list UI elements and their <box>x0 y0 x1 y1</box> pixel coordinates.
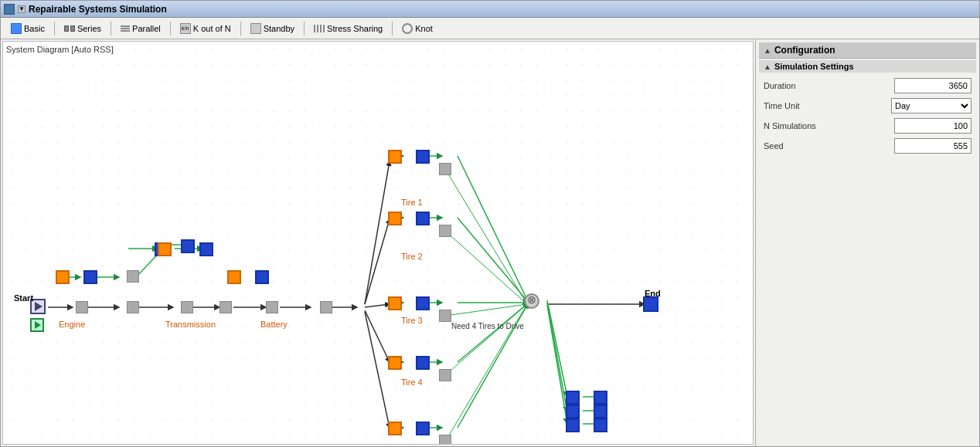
series-label: Series <box>77 24 101 33</box>
battery-gray[interactable] <box>266 301 278 313</box>
collapse-arrow[interactable]: ▲ <box>764 46 771 55</box>
svg-line-38 <box>547 300 567 397</box>
tire2-gray[interactable] <box>439 225 451 237</box>
output-blue-3b[interactable] <box>594 418 607 432</box>
tire3-orange[interactable] <box>388 296 402 310</box>
spare-gray[interactable] <box>439 435 451 445</box>
parallel-icon <box>121 25 130 32</box>
title-icon <box>4 4 15 15</box>
timeunit-row: Time Unit Day Hour Week Month Year <box>759 96 976 116</box>
seed-label: Seed <box>764 141 891 151</box>
series-icon <box>64 25 75 32</box>
toolbar-standby[interactable]: Standby <box>245 21 300 36</box>
tire3-gray[interactable] <box>439 310 451 322</box>
knot-label: Knot <box>415 24 433 33</box>
stress-label: Stress Sharing <box>327 24 383 33</box>
nsim-input[interactable] <box>894 118 971 134</box>
tire4-orange[interactable] <box>388 356 402 370</box>
engine-label: Engine <box>59 320 85 329</box>
engine-orange-1[interactable] <box>56 270 70 284</box>
output-blue-3[interactable] <box>566 418 580 432</box>
toolbar-knot[interactable]: Knot <box>396 21 438 36</box>
config-panel: ▲ Configuration ▲ Simulation Settings Du… <box>755 39 979 446</box>
svg-rect-1 <box>3 42 753 444</box>
svg-line-39 <box>547 303 567 412</box>
title-bar: ▼ Repairable Systems Simulation <box>1 1 979 18</box>
spare-orange[interactable] <box>388 422 402 435</box>
end-label: End <box>645 289 661 298</box>
tire1-orange[interactable] <box>388 150 402 164</box>
standby-icon <box>250 23 261 34</box>
tire1-label: Tire 1 <box>401 198 423 207</box>
output-blue-1[interactable] <box>566 391 580 405</box>
sim-settings-label: Simulation Settings <box>774 62 854 71</box>
trans-blue-1[interactable] <box>199 242 213 256</box>
engine-gray-upper[interactable] <box>127 270 139 283</box>
sep5 <box>304 22 305 36</box>
svg-line-35 <box>445 304 527 316</box>
tire1-gray[interactable] <box>439 163 451 175</box>
toolbar-parallel[interactable]: Parallel <box>115 22 166 36</box>
seed-row: Seed <box>759 136 976 156</box>
svg-line-40 <box>547 305 567 424</box>
output-blue-2b[interactable] <box>594 405 607 418</box>
battery-label: Battery <box>260 320 288 329</box>
kout-node[interactable] <box>524 293 539 309</box>
engine-gray-2[interactable] <box>127 301 139 313</box>
tire1-blue[interactable] <box>416 150 430 164</box>
sep6 <box>392 22 393 36</box>
seed-input[interactable] <box>894 138 971 154</box>
stress-icon <box>314 25 325 32</box>
sim-collapse-arrow[interactable]: ▲ <box>764 63 771 71</box>
trans-label: Transmission <box>165 320 216 329</box>
timeunit-label: Time Unit <box>764 101 888 110</box>
timeunit-select[interactable]: Day Hour Week Month Year <box>891 98 971 113</box>
basic-icon <box>11 23 22 34</box>
duration-row: Duration <box>759 76 976 96</box>
duration-label: Duration <box>764 81 891 90</box>
kout-label: K out of N <box>193 24 231 33</box>
trans-orange-1[interactable] <box>158 242 172 256</box>
basic-label: Basic <box>24 24 45 33</box>
engine-gray-1[interactable] <box>76 301 88 313</box>
engine-blue-upper3[interactable] <box>181 239 195 253</box>
svg-line-36 <box>445 304 527 375</box>
standby-label: Standby <box>264 24 294 33</box>
output-blue-2[interactable] <box>566 405 580 418</box>
battery-orange[interactable] <box>227 270 241 284</box>
trans-gray-2[interactable] <box>219 301 232 313</box>
tire3-blue[interactable] <box>416 296 430 310</box>
start-label: Start <box>14 293 33 303</box>
engine-blue-1[interactable] <box>83 270 97 284</box>
tire2-blue[interactable] <box>416 212 430 225</box>
svg-line-33 <box>445 169 527 304</box>
end-node[interactable] <box>643 296 658 312</box>
tire2-orange[interactable] <box>388 212 402 225</box>
tire4-blue[interactable] <box>416 356 430 370</box>
green-play-button[interactable] <box>30 318 44 332</box>
output-blue-1b[interactable] <box>594 391 607 405</box>
svg-line-34 <box>445 231 527 304</box>
spare-blue[interactable] <box>416 422 430 435</box>
svg-line-29 <box>458 218 529 303</box>
nsim-label: N Simulations <box>764 121 891 130</box>
trans-gray-1[interactable] <box>181 301 193 313</box>
main-area: System Diagram [Auto RSS] <box>1 39 979 446</box>
toolbar-basic[interactable]: Basic <box>5 21 50 36</box>
sim-settings-header: ▲ Simulation Settings <box>759 60 976 73</box>
sep4 <box>240 22 241 36</box>
toolbar-series[interactable]: Series <box>59 22 107 36</box>
battery-blue[interactable] <box>255 270 269 284</box>
title-dropdown[interactable]: ▼ <box>18 5 26 13</box>
diagram-area[interactable]: System Diagram [Auto RSS] <box>2 41 754 445</box>
tire4-gray[interactable] <box>439 369 451 381</box>
svg-line-28 <box>458 156 529 303</box>
toolbar-stress[interactable]: Stress Sharing <box>308 22 388 36</box>
window-title: Repairable Systems Simulation <box>29 4 167 15</box>
split-gray[interactable] <box>320 301 332 313</box>
need4-label: Need 4 Tires to Drive <box>451 322 524 330</box>
duration-input[interactable] <box>894 78 971 93</box>
sep2 <box>111 22 111 36</box>
main-window: ▼ Repairable Systems Simulation Basic Se… <box>0 0 980 447</box>
toolbar-kout[interactable]: k/n K out of N <box>175 21 236 36</box>
